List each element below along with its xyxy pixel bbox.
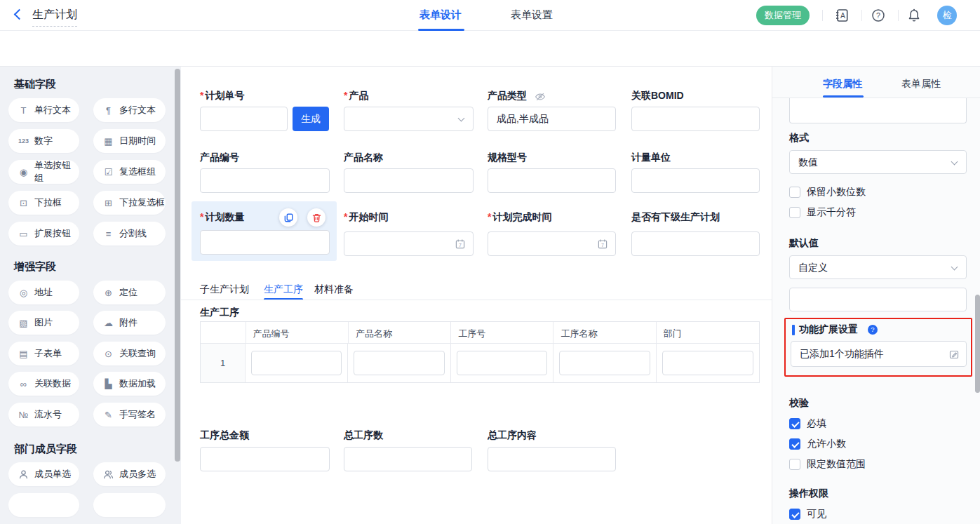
field-type-data-load[interactable]: ▙ 数据加载 <box>93 372 166 396</box>
field-type-member-single[interactable]: 成员单选 <box>8 462 79 486</box>
plan-number-input[interactable] <box>200 107 288 131</box>
tab-divider <box>181 300 772 300</box>
product-name-input[interactable] <box>344 168 474 193</box>
checkbox-label: 必填 <box>807 417 826 430</box>
checkbox-limit-range[interactable] <box>789 459 800 470</box>
notification-bell-icon[interactable] <box>907 8 921 22</box>
avatar[interactable]: 检 <box>937 6 957 25</box>
field-type-single-line-text[interactable]: T 单行文本 <box>8 98 79 122</box>
default-value-select[interactable]: 自定义 <box>789 255 967 279</box>
field-type-multi-line-text[interactable]: ¶ 多行文本 <box>93 98 166 122</box>
back-icon[interactable] <box>14 9 25 20</box>
product-select[interactable] <box>344 107 474 131</box>
bom-id-input[interactable] <box>631 107 760 131</box>
field-label-total-process-content: 总工序内容 <box>488 429 537 442</box>
option-allow-decimal[interactable]: 允许小数 <box>789 438 846 450</box>
field-type-datetime[interactable]: ▦ 日期时间 <box>93 129 166 153</box>
planned-quantity-input[interactable] <box>200 230 330 255</box>
field-type-subform[interactable]: ▤ 子表单 <box>8 342 79 365</box>
field-label-start-time: *开始时间 <box>344 211 388 224</box>
format-select[interactable]: 数值 <box>789 150 967 174</box>
tab-form-design[interactable]: 表单设计 <box>419 8 462 22</box>
tab-production-process[interactable]: 生产工序 <box>264 283 303 296</box>
person-icon <box>18 469 29 480</box>
option-limit-range[interactable]: 限定数值范围 <box>789 458 866 471</box>
checkbox-thousand-separator[interactable] <box>789 207 800 218</box>
delete-field-button[interactable] <box>307 208 325 227</box>
checkbox-allow-decimal[interactable] <box>789 438 800 450</box>
contact-book-icon[interactable]: A <box>834 8 850 23</box>
field-type-extend-button[interactable]: ▭ 扩展按钮 <box>8 222 79 246</box>
sidebar-scrollbar[interactable] <box>175 69 180 462</box>
option-required[interactable]: 必填 <box>789 417 826 430</box>
extension-plugin-field[interactable]: 已添加1个功能插件 <box>791 341 967 367</box>
tab-material-preparation[interactable]: 材料准备 <box>314 283 354 296</box>
copy-field-button[interactable] <box>279 208 297 227</box>
field-type-radio-group[interactable]: ◉ 单选按钮组 <box>8 160 79 184</box>
cell-input-product-name[interactable] <box>354 351 444 375</box>
has-sub-plan-input[interactable] <box>631 231 760 256</box>
checkbox-visible[interactable] <box>789 509 800 520</box>
field-type-label: 附件 <box>119 316 137 329</box>
field-type-divider[interactable]: ≡ 分割线 <box>93 222 166 246</box>
checkbox-label: 允许小数 <box>807 438 846 450</box>
panel-scrollbar[interactable] <box>975 295 980 393</box>
field-type-multi-dropdown[interactable]: ⊞ 下拉复选框 <box>93 191 166 215</box>
field-type-partial[interactable] <box>8 493 79 517</box>
cell-input-process-no[interactable] <box>457 351 547 375</box>
cell-input-product-code[interactable] <box>251 351 342 375</box>
field-type-number[interactable]: 123 数字 <box>8 129 79 153</box>
cell-input-process-name[interactable] <box>559 351 650 375</box>
field-type-image[interactable]: ▧ 图片 <box>8 311 79 335</box>
option-thousand-separator[interactable]: 显示千分符 <box>789 206 856 219</box>
field-type-address[interactable]: ◎ 地址 <box>8 281 79 304</box>
checkbox-label: 可见 <box>807 508 826 520</box>
generate-button[interactable]: 生成 <box>293 107 329 131</box>
checkbox-required[interactable] <box>789 418 800 429</box>
product-code-input[interactable] <box>200 168 330 193</box>
field-type-geolocation[interactable]: ⊕ 定位 <box>93 281 166 304</box>
field-type-partial[interactable] <box>93 493 166 517</box>
field-type-label: 复选框组 <box>119 166 156 178</box>
edit-icon[interactable] <box>948 349 960 360</box>
field-label-spec-model: 规格型号 <box>488 152 527 164</box>
spec-model-input[interactable] <box>488 168 616 193</box>
option-visible[interactable]: 可见 <box>789 508 826 520</box>
total-process-count-input[interactable] <box>344 447 472 471</box>
field-type-dropdown[interactable]: ⊡ 下拉框 <box>8 191 79 215</box>
tab-form-settings[interactable]: 表单设置 <box>511 8 553 22</box>
process-total-amount-input[interactable] <box>200 447 330 471</box>
field-title-input-partial[interactable] <box>789 98 967 123</box>
help-filled-icon[interactable]: ? <box>867 324 878 335</box>
validation-section-label: 校验 <box>789 397 809 410</box>
default-custom-input[interactable] <box>789 288 967 311</box>
number-icon: 123 <box>18 138 29 145</box>
total-process-content-input[interactable] <box>488 447 616 471</box>
tab-sub-production-plan[interactable]: 子生产计划 <box>200 283 249 296</box>
field-type-attachment[interactable]: ☁ 附件 <box>93 311 166 335</box>
product-type-input[interactable]: 成品,半成品 <box>488 107 616 131</box>
table-header-index <box>201 322 246 343</box>
product-type-value: 成品,半成品 <box>488 107 615 131</box>
checkbox-decimal-places[interactable] <box>789 187 800 198</box>
field-type-serial-number[interactable]: № 流水号 <box>8 403 79 426</box>
help-icon[interactable]: ? <box>871 8 885 22</box>
field-type-checkbox-group[interactable]: ☑ 复选框组 <box>93 160 166 184</box>
extension-plugin-value: 已添加1个功能插件 <box>791 342 966 367</box>
field-type-member-multi[interactable]: 成员多选 <box>93 462 166 486</box>
unit-input[interactable] <box>631 168 760 193</box>
data-manage-button[interactable]: 数据管理 <box>756 6 810 25</box>
start-time-input[interactable]: 7 <box>344 231 474 256</box>
tab-form-properties[interactable]: 表单属性 <box>901 78 941 90</box>
table-cell <box>657 344 759 382</box>
field-label-plan-number: *计划单号 <box>200 90 244 102</box>
cell-input-department[interactable] <box>662 351 753 375</box>
plan-finish-time-input[interactable]: 7 <box>488 231 616 256</box>
field-type-linked-query[interactable]: ⊙ 关联查询 <box>93 342 166 365</box>
field-type-handwritten-signature[interactable]: ✎ 手写签名 <box>93 403 166 426</box>
option-decimal-places[interactable]: 保留小数位数 <box>789 186 866 199</box>
bar-chart-icon: ▙ <box>103 379 114 389</box>
page-title[interactable]: 生产计划 <box>32 8 77 27</box>
tab-field-properties[interactable]: 字段属性 <box>823 78 862 90</box>
field-type-linked-data[interactable]: ∞ 关联数据 <box>8 372 79 396</box>
